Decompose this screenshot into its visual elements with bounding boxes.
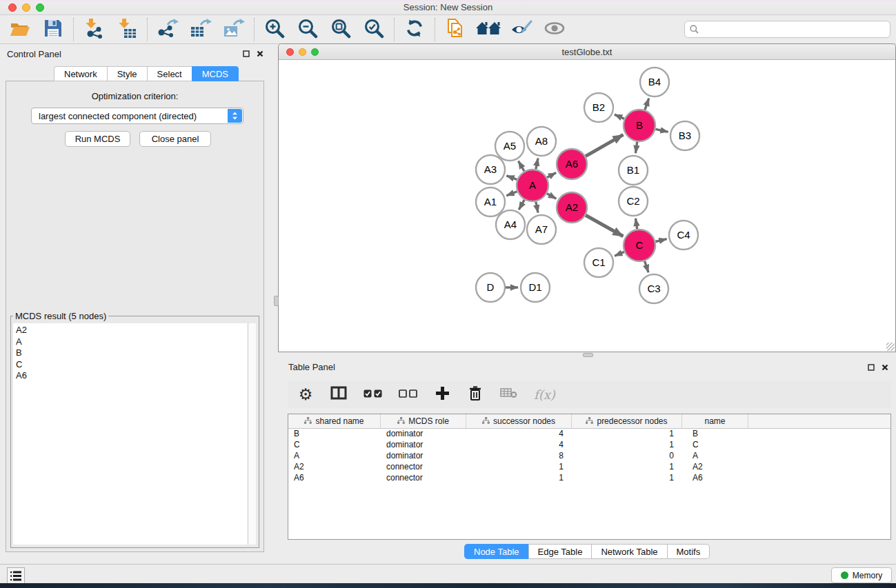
unselect-all-columns-button[interactable] xyxy=(399,385,417,404)
close-panel-icon[interactable] xyxy=(881,363,889,372)
result-item[interactable]: A2 xyxy=(16,325,248,336)
criterion-select[interactable]: largest connected component (directed) xyxy=(31,108,243,124)
function-builder-button[interactable]: f(x) xyxy=(534,385,555,404)
run-mcds-button[interactable]: Run MCDS xyxy=(65,131,130,147)
delete-columns-button[interactable] xyxy=(467,385,484,404)
edge-C-C1[interactable] xyxy=(615,252,624,256)
search-input[interactable] xyxy=(702,23,885,37)
result-item[interactable]: B xyxy=(16,347,248,359)
tab-network[interactable]: Network xyxy=(54,66,107,81)
network-minimize-button[interactable] xyxy=(299,48,306,56)
zoom-selected-button[interactable] xyxy=(361,17,387,42)
save-session-button[interactable] xyxy=(40,17,66,42)
import-network-button[interactable] xyxy=(81,17,107,42)
edge-A-A2[interactable] xyxy=(547,194,556,199)
edge-C-C2[interactable] xyxy=(635,219,637,229)
node-label-D1: D1 xyxy=(528,281,541,293)
control-panel: Control Panel NetworkStyleSelectMCDS Opt… xyxy=(0,44,270,564)
tab-edge-table[interactable]: Edge Table xyxy=(528,544,592,559)
refresh-layout-button[interactable] xyxy=(401,17,428,42)
vertical-splitter-grip[interactable] xyxy=(274,296,279,306)
edge-A-A1[interactable] xyxy=(506,192,517,196)
column-header-successor-nodes[interactable]: successor nodes xyxy=(466,414,572,428)
create-column-button[interactable] xyxy=(434,385,450,404)
window-controls[interactable] xyxy=(8,3,44,12)
float-panel-icon[interactable] xyxy=(867,363,875,372)
network-window-titlebar[interactable]: testGlobe.txt xyxy=(279,44,895,60)
close-window-button[interactable] xyxy=(8,3,17,12)
result-list-scrollbar[interactable] xyxy=(248,323,256,545)
table-row[interactable]: A6connector11A6 xyxy=(288,473,890,484)
edge-C-C4[interactable] xyxy=(655,239,666,242)
open-session-button[interactable] xyxy=(7,17,33,42)
memory-label: Memory xyxy=(853,571,882,580)
tab-network-table[interactable]: Network Table xyxy=(591,544,666,559)
edge-A-A6[interactable] xyxy=(547,172,556,177)
edge-A2-C[interactable] xyxy=(586,215,623,236)
home-button[interactable] xyxy=(475,17,501,42)
result-item[interactable]: A6 xyxy=(16,370,248,382)
column-header-name[interactable]: name xyxy=(682,414,748,428)
memory-button[interactable]: Memory xyxy=(831,567,892,583)
column-header-MCDS-role[interactable]: MCDS role xyxy=(381,414,466,428)
table-row[interactable]: Adominator80A xyxy=(288,451,890,462)
zoom-in-button[interactable] xyxy=(261,17,288,42)
task-history-button[interactable] xyxy=(7,567,25,584)
network-zoom-button[interactable] xyxy=(311,48,319,56)
search-field[interactable] xyxy=(684,21,890,38)
node-table[interactable]: shared nameMCDS rolesuccessor nodesprede… xyxy=(288,414,891,540)
close-panel-icon[interactable] xyxy=(256,50,264,58)
window-title: Session: New Session xyxy=(404,2,492,12)
column-header-shared-name[interactable]: shared name xyxy=(288,414,381,428)
horizontal-splitter-grip[interactable] xyxy=(583,353,593,357)
edge-B-B1[interactable] xyxy=(635,142,637,153)
edge-B-B3[interactable] xyxy=(655,129,668,132)
float-panel-icon[interactable] xyxy=(242,50,250,58)
network-close-button[interactable] xyxy=(286,48,294,56)
edge-A-A8[interactable] xyxy=(536,158,538,169)
network-graph[interactable]: B4B2BB3A5A8A6A3B1AA1C2A2A4A7C4CC1C3DD1 xyxy=(279,60,895,352)
edge-C-C3[interactable] xyxy=(645,261,649,273)
edge-A-A3[interactable] xyxy=(506,176,517,180)
table-options-button[interactable]: ⚙ xyxy=(297,385,314,404)
table-row[interactable]: Cdominator41C xyxy=(288,440,890,451)
minimize-window-button[interactable] xyxy=(22,3,30,12)
tab-select[interactable]: Select xyxy=(147,66,192,81)
tab-mcds[interactable]: MCDS xyxy=(192,66,239,81)
node-label-A1: A1 xyxy=(484,196,497,207)
mcds-result-list[interactable]: A2ABCA6 xyxy=(13,323,248,545)
edge-A6-B[interactable] xyxy=(586,134,624,156)
zoom-fit-button[interactable] xyxy=(328,17,354,42)
edge-B-B4[interactable] xyxy=(645,99,649,110)
delete-table-button[interactable] xyxy=(500,385,517,404)
edge-A-A4[interactable] xyxy=(519,200,524,210)
column-header-predecessor-nodes[interactable]: predecessor nodes xyxy=(572,414,682,428)
table-row[interactable]: Bdominator41B xyxy=(288,429,890,440)
import-table-button[interactable] xyxy=(114,17,140,42)
tree-icon xyxy=(482,416,490,426)
edge-A-A5[interactable] xyxy=(519,161,524,172)
select-all-columns-button[interactable] xyxy=(364,385,382,404)
tab-motifs[interactable]: Motifs xyxy=(667,544,710,559)
export-table-button[interactable] xyxy=(188,17,214,42)
tab-node-table[interactable]: Node Table xyxy=(464,544,528,559)
table-row[interactable]: A2connector11A2 xyxy=(288,462,890,473)
resize-corner[interactable] xyxy=(886,343,895,351)
import-table-icon xyxy=(117,18,137,41)
hide-details-button[interactable] xyxy=(508,17,535,42)
result-item[interactable]: A xyxy=(16,336,248,348)
network-canvas[interactable]: B4B2BB3A5A8A6A3B1AA1C2A2A4A7C4CC1C3DD1 xyxy=(279,60,895,352)
close-panel-button[interactable]: Close panel xyxy=(139,131,211,147)
result-item[interactable]: C xyxy=(16,359,248,371)
clone-network-button[interactable] xyxy=(442,17,468,42)
edge-A-A7[interactable] xyxy=(536,202,538,213)
export-network-button[interactable] xyxy=(155,17,181,42)
edge-B-B2[interactable] xyxy=(615,114,624,119)
zoom-window-button[interactable] xyxy=(36,3,44,12)
show-column-button[interactable] xyxy=(330,385,347,404)
export-image-button[interactable] xyxy=(221,17,247,42)
node-label-B: B xyxy=(636,119,643,131)
zoom-out-button[interactable] xyxy=(295,17,321,42)
show-details-button[interactable] xyxy=(541,17,568,42)
tab-style[interactable]: Style xyxy=(107,66,147,81)
